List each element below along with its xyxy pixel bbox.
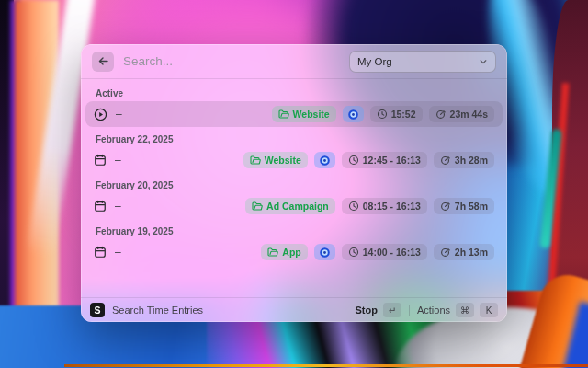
clock-icon (348, 155, 359, 166)
time-badge: 14:00 - 16:13 (342, 244, 427, 260)
entry-badges: App 14:00 - 16:13 2h 13m (261, 244, 494, 260)
time-badge: 15:52 (370, 106, 423, 122)
entry-title: – (115, 246, 121, 259)
duration-badge-label: 23m 44s (450, 109, 488, 120)
folder-icon (252, 201, 263, 212)
time-badge: 08:15 - 16:13 (342, 198, 427, 214)
duration-badge-label: 3h 28m (455, 155, 488, 166)
footer-bar: S Search Time Entries Stop ↵ Actions ⌘ K (81, 297, 507, 322)
footer-command-title: Search Time Entries (112, 305, 203, 316)
org-selector[interactable]: My Org (349, 51, 496, 73)
play-icon (94, 108, 107, 121)
back-button[interactable] (92, 52, 114, 72)
actions-button[interactable]: Actions (417, 305, 450, 316)
stopwatch-icon (440, 201, 451, 212)
section-label: February 19, 2025 (96, 226, 492, 236)
entry-title: – (115, 154, 121, 167)
folder-icon (278, 109, 289, 120)
search-window: My Org Active – Website (81, 44, 507, 322)
search-input[interactable] (123, 54, 340, 68)
project-badge-label: Ad Campaign (266, 201, 329, 212)
clock-icon (377, 109, 388, 120)
project-badge-label: Website (265, 155, 301, 166)
time-badge: 12:45 - 16:13 (342, 152, 427, 168)
project-badge: Ad Campaign (245, 198, 335, 214)
client-logo-icon (347, 109, 359, 121)
k-key-icon[interactable]: K (480, 303, 498, 317)
entry-row[interactable]: – Website 15:52 (85, 101, 503, 127)
search-bar: My Org (81, 44, 507, 78)
entry-title: – (116, 108, 122, 121)
project-badge: App (261, 244, 307, 260)
project-badge-label: App (282, 247, 300, 258)
client-logo-icon (319, 155, 331, 167)
entry-row[interactable]: – Ad Campaign 08:15 - 16:13 (85, 193, 503, 219)
time-badge-label: 15:52 (391, 109, 416, 120)
time-badge-label: 12:45 - 16:13 (363, 155, 421, 166)
stopwatch-icon (435, 109, 447, 120)
stopwatch-icon (440, 247, 451, 258)
folder-icon (267, 247, 278, 258)
duration-badge: 2h 13m (434, 244, 494, 260)
chevron-down-icon (479, 57, 488, 66)
calendar-icon (94, 200, 107, 213)
entry-badges: Website 15:52 23m 44s (272, 106, 494, 122)
time-badge-label: 08:15 - 16:13 (363, 201, 421, 212)
client-logo-icon (319, 247, 331, 259)
entry-list: Active – Website (81, 79, 507, 297)
entry-title: – (115, 200, 121, 213)
org-selector-value: My Org (357, 56, 392, 67)
folder-icon (250, 155, 261, 166)
duration-badge: 23m 44s (429, 106, 494, 122)
clock-icon (348, 247, 359, 258)
entry-badges: Website 12:45 - 16:13 3h 28m (243, 152, 494, 168)
project-badge: Website (243, 152, 308, 168)
client-badge (314, 244, 335, 260)
footer-actions: Stop ↵ Actions ⌘ K (355, 303, 498, 317)
duration-badge-label: 7h 58m (455, 201, 488, 212)
project-badge: Website (272, 106, 336, 122)
client-badge (314, 152, 335, 168)
calendar-icon (94, 246, 107, 259)
duration-badge: 7h 58m (434, 198, 494, 214)
command-key-icon[interactable]: ⌘ (456, 303, 474, 317)
duration-badge: 3h 28m (434, 152, 494, 168)
return-key-icon[interactable]: ↵ (383, 303, 401, 317)
arrow-left-icon (97, 55, 109, 67)
entry-badges: Ad Campaign 08:15 - 16:13 7h 58m (245, 198, 494, 214)
app-logo: S (90, 303, 105, 317)
entry-row[interactable]: – App 14:00 - 16:13 (85, 239, 503, 265)
duration-badge-label: 2h 13m (455, 247, 488, 258)
section-label: Active (96, 88, 492, 98)
project-badge-label: Website (293, 109, 330, 120)
stopwatch-icon (440, 155, 451, 166)
section-label: February 22, 2025 (96, 134, 492, 144)
time-badge-label: 14:00 - 16:13 (363, 247, 421, 258)
client-badge (343, 106, 364, 122)
entry-row[interactable]: – Website 12:45 - 16:13 (85, 147, 503, 173)
section-label: February 20, 2025 (96, 180, 492, 190)
calendar-icon (94, 154, 107, 167)
stop-button[interactable]: Stop (355, 305, 377, 316)
clock-icon (348, 201, 359, 212)
footer-divider (409, 305, 410, 316)
